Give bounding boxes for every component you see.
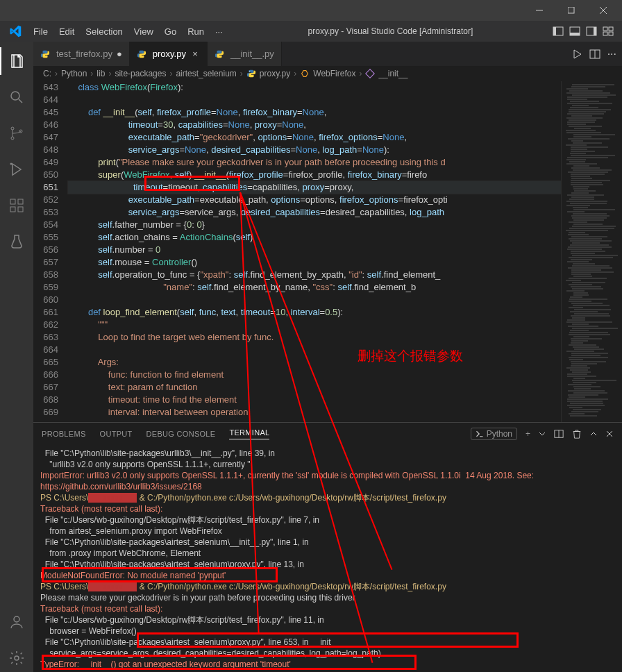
code-line[interactable]: self.number = 0 <box>68 244 561 256</box>
breadcrumb-file[interactable]: proxy.py <box>260 69 290 78</box>
breadcrumb[interactable]: C:›Python›lib›site-packages›airtest_sele… <box>33 66 622 81</box>
code-line[interactable]: text: param of function <box>68 381 561 394</box>
breadcrumb-class[interactable]: WebFirefox <box>313 69 355 78</box>
panel-tab-terminal[interactable]: TERMINAL <box>229 428 269 439</box>
code-line[interactable]: timeout=timeout, capabilities=capabiliti… <box>68 181 561 194</box>
run-debug-tab[interactable] <box>0 156 33 183</box>
terminal-output[interactable]: File "C:\Python\lib\site-packages\urllib… <box>33 445 622 672</box>
code-line[interactable]: "name": self.find_element_by_name, "css"… <box>68 281 561 294</box>
extensions-tab[interactable] <box>0 192 33 219</box>
code-line[interactable]: self.mouse = Controller() <box>68 256 561 269</box>
tab-label: proxy.py <box>153 49 186 59</box>
run-file-button[interactable] <box>571 49 582 60</box>
menu-edit[interactable]: Edit <box>53 26 80 37</box>
menu-view[interactable]: View <box>128 26 159 37</box>
terminal-line: ImportError: urllib3 v2.0 only supports … <box>40 470 615 492</box>
panel-tab-problems[interactable]: PROBLEMS <box>42 430 86 438</box>
terminal-line: from airtest_selenium.proxy import WebFi… <box>40 526 615 537</box>
breadcrumb-segment[interactable]: airtest_selenium <box>176 69 236 78</box>
layout-toggle-right-icon[interactable] <box>586 26 597 37</box>
breadcrumb-func[interactable]: __init__ <box>378 69 407 78</box>
breadcrumb-segment[interactable]: Python <box>61 69 87 78</box>
tab-__init__.py[interactable]: __init__.py <box>208 42 282 66</box>
code-line[interactable]: interval: interval between operation <box>68 406 561 419</box>
menu-file[interactable]: File <box>28 26 53 37</box>
new-terminal-button[interactable]: + <box>526 429 530 439</box>
svg-point-25 <box>253 76 253 76</box>
svg-point-21 <box>15 656 19 660</box>
svg-rect-19 <box>18 199 23 204</box>
code-line[interactable]: func: function to find element <box>68 369 561 381</box>
python-file-icon <box>215 49 224 59</box>
split-terminal-button[interactable] <box>554 429 564 439</box>
terminal-dropdown-button[interactable] <box>539 430 546 437</box>
code-line[interactable]: service_args=service_args, desired_capab… <box>68 206 561 219</box>
python-file-icon <box>246 69 256 78</box>
code-line[interactable]: """ <box>68 319 561 331</box>
code-line[interactable]: executable_path=executable_path, options… <box>68 194 561 206</box>
code-line[interactable]: Args: <box>68 356 561 369</box>
minimap[interactable] <box>561 81 622 422</box>
more-actions-button[interactable]: ··· <box>607 48 616 60</box>
code-line[interactable]: super(WebFirefox, self).__init__(firefox… <box>68 169 561 181</box>
layout-toggle-left-icon[interactable] <box>553 26 564 37</box>
maximize-button[interactable] <box>555 0 587 21</box>
terminal-profile-select[interactable]: Python <box>471 428 517 440</box>
code-line[interactable]: Loop to find the target web element by f… <box>68 331 561 344</box>
code-line[interactable]: def __init__(self, firefox_profile=None,… <box>68 106 561 119</box>
menu-run[interactable]: Run <box>182 26 210 37</box>
split-editor-button[interactable] <box>589 49 600 60</box>
code-line[interactable] <box>68 294 561 306</box>
close-panel-button[interactable] <box>605 430 614 438</box>
breadcrumb-segment[interactable]: C: <box>43 69 51 78</box>
close-tab-button[interactable]: × <box>190 49 200 59</box>
terminal-line: from .proxy import WebChrome, Element <box>40 548 615 559</box>
code-line[interactable]: print("Please make sure your geckodriver… <box>68 156 561 169</box>
code-line[interactable]: class WebFirefox(Firefox): <box>68 81 561 94</box>
kill-terminal-button[interactable] <box>572 429 582 439</box>
menu-···[interactable]: ··· <box>210 26 228 37</box>
breadcrumb-segment[interactable]: site-packages <box>115 69 166 78</box>
source-control-tab[interactable] <box>0 119 33 147</box>
code-line[interactable]: self.action_chains = ActionChains(self) <box>68 231 561 244</box>
explorer-tab[interactable] <box>0 47 33 75</box>
code-line[interactable] <box>68 344 561 356</box>
testing-tab[interactable] <box>0 228 33 255</box>
code-editor[interactable]: 6436446456466476486496506516526536546556… <box>33 81 561 422</box>
terminal-line: ModuleNotFoundError: No module named 'py… <box>40 570 615 581</box>
menu-selection[interactable]: Selection <box>80 26 128 37</box>
tab-proxy.py[interactable]: proxy.py × <box>130 42 208 66</box>
code-line[interactable]: def loop_find_element(self, func, text, … <box>68 306 561 319</box>
accounts-button[interactable] <box>0 608 33 636</box>
svg-rect-9 <box>603 32 607 35</box>
python-file-icon <box>40 49 50 59</box>
settings-button[interactable] <box>0 644 33 672</box>
terminal-line: Traceback (most recent call last): <box>40 603 615 614</box>
code-line[interactable]: self.operation_to_func = {"xpath": self.… <box>68 269 561 281</box>
tab-test_firefox.py[interactable]: test_firefox.py ● <box>33 42 130 66</box>
layout-customize-icon[interactable] <box>603 26 614 37</box>
code-line[interactable]: self.father_number = {0: 0} <box>68 219 561 231</box>
tab-label: test_firefox.py <box>56 49 112 59</box>
maximize-panel-button[interactable] <box>590 430 597 437</box>
terminal-line: service_args=service_args, desired_capab… <box>40 648 615 659</box>
menu-go[interactable]: Go <box>159 26 182 37</box>
vscode-logo-icon <box>3 25 28 37</box>
panel-tab-debug-console[interactable]: DEBUG CONSOLE <box>146 430 216 438</box>
terminal-profile-label: Python <box>487 429 512 439</box>
code-line[interactable]: service_args=None, desired_capabilities=… <box>68 144 561 156</box>
code-line[interactable] <box>68 94 561 106</box>
close-window-button[interactable] <box>587 0 619 21</box>
minimize-button[interactable] <box>523 0 555 21</box>
code-line[interactable]: timeout=30, capabilities=None, proxy=Non… <box>68 119 561 131</box>
code-line[interactable]: executable_path="geckodriver", options=N… <box>68 131 561 144</box>
method-icon <box>365 69 375 78</box>
panel-tab-output[interactable]: OUTPUT <box>100 430 133 438</box>
search-tab[interactable] <box>0 83 33 111</box>
breadcrumb-segment[interactable]: lib <box>96 69 105 78</box>
svg-rect-18 <box>18 207 23 212</box>
svg-rect-26 <box>366 69 374 78</box>
terminal-line: File "C:\Python\lib\site-packages\airtes… <box>40 559 615 570</box>
layout-toggle-bottom-icon[interactable] <box>569 26 580 37</box>
code-line[interactable]: timeout: time to find the element <box>68 394 561 406</box>
